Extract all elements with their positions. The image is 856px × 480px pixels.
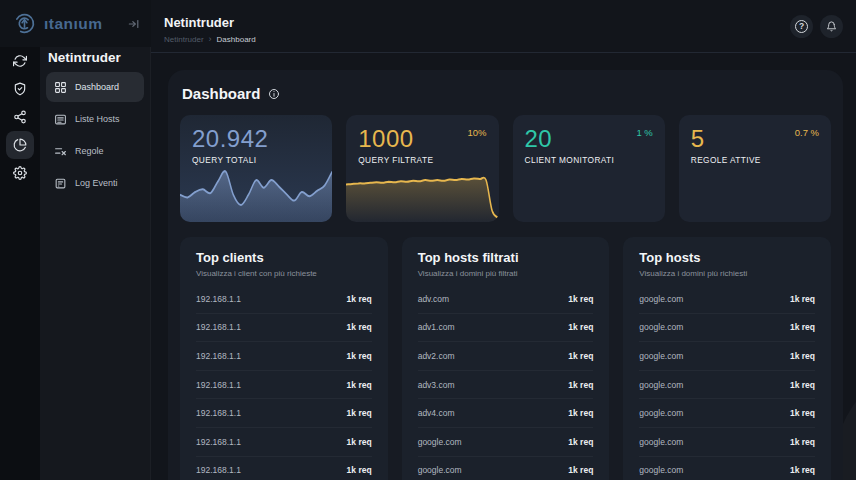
row-value: 1k req xyxy=(790,322,815,332)
sparkline-chart xyxy=(346,162,498,222)
help-button[interactable]: ? xyxy=(790,15,813,38)
collapse-sidebar-icon[interactable] xyxy=(127,17,141,31)
list-row: google.com1k req xyxy=(639,342,815,371)
rail-globe-button[interactable] xyxy=(6,131,34,159)
row-name: 192.168.1.1 xyxy=(196,351,241,361)
top-lists: Top clients Visualizza i client con più … xyxy=(180,237,831,480)
sparkline-chart xyxy=(180,162,332,222)
list-row: google.com1k req xyxy=(418,428,594,457)
list-row: google.com1k req xyxy=(639,399,815,428)
row-name: adv1.com xyxy=(418,322,455,332)
sidebar-item-label: Log Eventi xyxy=(75,178,118,188)
row-name: 192.168.1.1 xyxy=(196,294,241,304)
info-icon[interactable] xyxy=(268,88,280,100)
row-name: google.com xyxy=(639,294,683,304)
topbar-title: Netintruder xyxy=(164,15,783,30)
list-row: adv2.com1k req xyxy=(418,342,594,371)
row-value: 1k req xyxy=(790,465,815,475)
row-value: 1k req xyxy=(568,380,593,390)
stat-percent: 0.7 % xyxy=(795,127,819,138)
row-name: adv2.com xyxy=(418,351,455,361)
brand-bar: ıtanıum xyxy=(0,0,151,47)
rail-sync-button[interactable] xyxy=(6,47,34,75)
stat-value: 20 xyxy=(525,126,653,151)
grid-icon xyxy=(54,81,75,94)
list-title: Top clients xyxy=(196,250,372,265)
row-value: 1k req xyxy=(568,408,593,418)
row-value: 1k req xyxy=(568,437,593,447)
list-subtitle: Visualizza i client con più richieste xyxy=(196,269,372,278)
row-value: 1k req xyxy=(568,294,593,304)
list-title: Top hosts filtrati xyxy=(418,250,594,265)
list-row: 192.168.1.11k req xyxy=(196,342,372,371)
row-name: google.com xyxy=(639,351,683,361)
content-area: Dashboard 20.942 QUERY TOTALI 1000 QUERY… xyxy=(151,53,856,480)
list-row: adv.com1k req xyxy=(418,285,594,314)
left-column: ıtanıum Netintruder DashboardListe Hosts… xyxy=(0,0,151,480)
stat-card-query-totali: 20.942 QUERY TOTALI xyxy=(180,115,332,222)
sidebar-item-label: Dashboard xyxy=(75,82,119,92)
list-row: google.com1k req xyxy=(418,457,594,480)
sidebar: Netintruder DashboardListe HostsRegoleLo… xyxy=(40,47,151,480)
row-value: 1k req xyxy=(790,294,815,304)
stat-label: CLIENT MONITORATI xyxy=(525,155,653,165)
row-name: adv.com xyxy=(418,294,450,304)
list-row: 192.168.1.11k req xyxy=(196,399,372,428)
row-value: 1k req xyxy=(347,465,372,475)
row-name: google.com xyxy=(639,437,683,447)
sidebar-item-liste-hosts[interactable]: Liste Hosts xyxy=(46,104,144,134)
dashboard-heading: Dashboard xyxy=(182,85,260,102)
stat-cards: 20.942 QUERY TOTALI 1000 QUERY FILTRATE … xyxy=(180,115,831,222)
stat-label: REGOLE ATTIVE xyxy=(691,155,819,165)
row-name: 192.168.1.1 xyxy=(196,465,241,475)
row-value: 1k req xyxy=(347,437,372,447)
app-root: ıtanıum Netintruder DashboardListe Hosts… xyxy=(0,0,856,480)
list-row: adv4.com1k req xyxy=(418,399,594,428)
breadcrumb-separator-icon: › xyxy=(209,34,212,44)
sidebar-item-label: Regole xyxy=(75,146,104,156)
list-title: Top hosts xyxy=(639,250,815,265)
row-name: google.com xyxy=(639,380,683,390)
list-row: google.com1k req xyxy=(639,314,815,343)
stat-percent: 10% xyxy=(467,127,486,138)
row-name: google.com xyxy=(639,465,683,475)
list-row: 192.168.1.11k req xyxy=(196,371,372,400)
breadcrumb-current: Dashboard xyxy=(217,35,256,44)
row-value: 1k req xyxy=(347,408,372,418)
row-name: google.com xyxy=(639,322,683,332)
row-value: 1k req xyxy=(790,437,815,447)
list-row: 192.168.1.11k req xyxy=(196,457,372,480)
list-row: 192.168.1.11k req xyxy=(196,428,372,457)
list-row: 192.168.1.11k req xyxy=(196,314,372,343)
row-name: google.com xyxy=(639,408,683,418)
stat-value: 20.942 xyxy=(192,126,320,151)
list-row: google.com1k req xyxy=(639,428,815,457)
breadcrumb-parent[interactable]: Netintruder xyxy=(164,35,204,44)
notifications-button[interactable] xyxy=(820,15,843,38)
row-value: 1k req xyxy=(347,322,372,332)
sidebar-item-label: Liste Hosts xyxy=(75,114,120,124)
list-card-top-hosts: Top hosts Visualizza i domini più richie… xyxy=(623,237,831,480)
list-card-top-hosts-filtrati: Top hosts filtrati Visualizza i domini p… xyxy=(402,237,610,480)
stat-card-client-monitorati: 20 CLIENT MONITORATI 1 % xyxy=(513,115,665,222)
list-rows: 192.168.1.11k req192.168.1.11k req192.16… xyxy=(196,285,372,480)
row-value: 1k req xyxy=(568,465,593,475)
log-icon xyxy=(54,177,75,190)
dashboard-heading-row: Dashboard xyxy=(182,85,831,102)
row-value: 1k req xyxy=(568,351,593,361)
dashboard-panel: Dashboard 20.942 QUERY TOTALI 1000 QUERY… xyxy=(168,70,843,480)
sidebar-item-dashboard[interactable]: Dashboard xyxy=(46,72,144,102)
rail-network-button[interactable] xyxy=(6,103,34,131)
sidebar-item-regole[interactable]: Regole xyxy=(46,136,144,166)
sync-icon xyxy=(13,54,27,68)
list-row: 192.168.1.11k req xyxy=(196,285,372,314)
sidebar-item-log-eventi[interactable]: Log Eventi xyxy=(46,168,144,198)
list-row: google.com1k req xyxy=(639,371,815,400)
list-icon xyxy=(54,113,75,126)
rail-settings-button[interactable] xyxy=(6,159,34,187)
list-rows: google.com1k reqgoogle.com1k reqgoogle.c… xyxy=(639,285,815,480)
breadcrumb: Netintruder › Dashboard xyxy=(164,34,783,44)
sidebar-menu: DashboardListe HostsRegoleLog Eventi xyxy=(46,72,144,198)
rail-shield-button[interactable] xyxy=(6,75,34,103)
globe-icon xyxy=(13,138,27,152)
